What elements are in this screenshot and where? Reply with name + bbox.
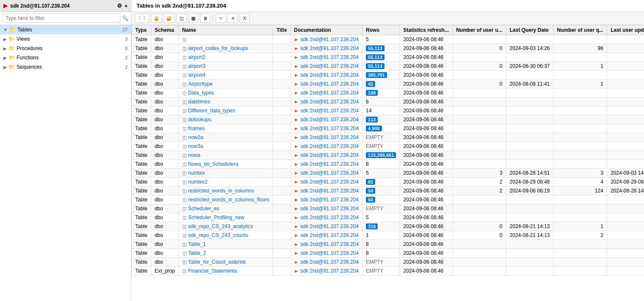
doc-link-text[interactable]: sdk 2nd@91.107.239.204 [300,143,359,149]
cell-name[interactable]: ◫ nowa [178,151,273,160]
doc-link-text[interactable]: sdk 2nd@91.107.239.204 [300,215,359,220]
table-row[interactable]: Tabledbo◫ Scheduler_Profiling_new►sdk 2n… [132,213,644,222]
table-container[interactable]: Type Schema Name Title Documentation Row… [131,25,644,301]
clear-filter-button[interactable]: ✕ [228,14,238,23]
table-row[interactable]: Tabledbo◫ airport3►sdk 2nd@91.107.239.20… [132,62,644,71]
doc-link-text[interactable]: sdk 2nd@91.107.239.204 [300,81,359,87]
table-row[interactable]: Tabledbo◫ sdk_repo_CS_243_counts►sdk 2nd… [132,231,644,240]
cell-name[interactable]: ◫ sdk_repo_CS_243_counts [178,231,273,240]
col-last-update[interactable]: Last user update [607,25,644,35]
table-row[interactable]: Tabledbo◫ nowa►sdk 2nd@91.107.239.204115… [132,151,644,160]
doc-link-text[interactable]: sdk 2nd@91.107.239.204 [300,45,359,51]
cell-name[interactable]: ◫ airport_codes_for_lookups [178,44,273,53]
filter-button[interactable]: ▿ [216,14,226,23]
cell-name[interactable]: ◫ now2a [178,133,273,142]
cell-documentation[interactable]: ►sdk 2nd@91.107.239.204 [290,178,362,187]
gear-icon[interactable]: ⚙ [117,3,122,9]
table-row[interactable]: Tabledbo◫ restricted_words_in_columns_fl… [132,195,644,204]
collapse-icon[interactable]: « [125,3,128,9]
doc-link-text[interactable]: sdk 2nd@91.107.239.204 [300,179,359,185]
doc-link-text[interactable]: sdk 2nd@91.107.239.204 [300,117,359,123]
col-num-query[interactable]: Number of user q... [553,25,607,35]
cell-name[interactable]: ◫ Nowa_do_Schedulera [178,160,273,169]
table-row[interactable]: Tabledbo◫ Table_2►sdk 2nd@91.107.239.204… [132,249,644,258]
sidebar-item-tables[interactable]: ▼ 📁 Tables 27 [0,25,131,34]
table-row[interactable]: Tabledbo◫ airport2►sdk 2nd@91.107.239.20… [132,53,644,62]
columns-button[interactable]: ▦ [188,14,198,23]
doc-link-text[interactable]: sdk 2nd@91.107.239.204 [300,259,359,265]
sidebar-item-procedures[interactable]: ▶ 📁 Procedures 8 [0,44,131,53]
table-row[interactable]: Tabledbo◫ datetimes►sdk 2nd@91.107.239.2… [132,98,644,106]
cell-documentation[interactable]: ►sdk 2nd@91.107.239.204 [290,62,362,71]
doc-link-text[interactable]: sdk 2nd@91.107.239.204 [300,250,359,256]
table-row[interactable]: Tabledbo◫ Table_1►sdk 2nd@91.107.239.204… [132,240,644,249]
search-input[interactable] [3,14,120,23]
doc-link-text[interactable]: sdk 2nd@91.107.239.204 [300,125,359,131]
cell-name[interactable]: ◫ fnames [178,124,273,133]
table-row[interactable]: Tabledbo◫ Nowa_do_Schedulera►sdk 2nd@91.… [132,160,644,169]
doc-link-text[interactable]: sdk 2nd@91.107.239.204 [300,268,359,274]
table-row[interactable]: Tabledbo◫ airport4►sdk 2nd@91.107.239.20… [132,71,644,80]
doc-link-text[interactable]: sdk 2nd@91.107.239.204 [300,223,359,229]
cell-documentation[interactable]: ►sdk 2nd@91.107.239.204 [290,231,362,240]
table-row[interactable]: Tabledbo◫ Different_data_types►sdk 2nd@9… [132,106,644,115]
cell-name[interactable]: ◫ airport4 [178,71,273,80]
table-row[interactable]: Tabledbo◫ Airporttype►sdk 2nd@91.107.239… [132,80,644,89]
table-row[interactable]: TableExt_prop◫ Financial_Statements►sdk … [132,267,644,276]
doc-link-text[interactable]: sdk 2nd@91.107.239.204 [300,99,359,105]
cell-documentation[interactable]: ►sdk 2nd@91.107.239.204 [290,187,362,195]
table-button[interactable]: ◫ [176,14,187,23]
rows-button[interactable]: ≣ [200,14,210,23]
doc-link-text[interactable]: sdk 2nd@91.107.239.204 [300,188,359,194]
table-row[interactable]: Tabledbo◫ numtex2►sdk 2nd@91.107.239.204… [132,178,644,187]
excel-export-button[interactable]: X [240,14,250,23]
doc-link-text[interactable]: sdk 2nd@91.107.239.204 [300,36,359,42]
cell-documentation[interactable]: ►sdk 2nd@91.107.239.204 [290,249,362,258]
sidebar-item-views[interactable]: ▶ 📁 Views 3 [0,34,131,44]
cell-name[interactable]: ◫ numtex [178,169,273,178]
cell-name[interactable]: ◫ dolookupu [178,115,273,124]
cell-documentation[interactable]: ►sdk 2nd@91.107.239.204 [290,35,362,44]
col-schema[interactable]: Schema [151,25,178,35]
cell-name[interactable]: ◫ Table_2 [178,249,273,258]
lock-button[interactable]: 🔒 [151,14,162,23]
col-title[interactable]: Title [273,25,290,35]
table-row[interactable]: Tabledbo◫ now2a►sdk 2nd@91.107.239.204EM… [132,133,644,142]
cell-documentation[interactable]: ►sdk 2nd@91.107.239.204 [290,71,362,80]
doc-link-text[interactable]: sdk 2nd@91.107.239.204 [300,134,359,140]
col-last-query[interactable]: Last Query Date [506,25,554,35]
table-row[interactable]: Tabledbo◫ ►sdk 2nd@91.107.239.20452024-0… [132,35,644,44]
table-row[interactable]: Tabledbo◫ dolookupu►sdk 2nd@91.107.239.2… [132,115,644,124]
sidebar-item-sequences[interactable]: ▶ 📁 Sequences 2 [0,62,131,72]
cell-documentation[interactable]: ►sdk 2nd@91.107.239.204 [290,115,362,124]
cell-name[interactable]: ◫ airport2 [178,53,273,62]
doc-link-text[interactable]: sdk 2nd@91.107.239.204 [300,108,359,114]
cell-documentation[interactable]: ►sdk 2nd@91.107.239.204 [290,124,362,133]
table-row[interactable]: Tabledbo◫ fnames►sdk 2nd@91.107.239.2044… [132,124,644,133]
sidebar-item-functions[interactable]: ▶ 📁 Functions 2 [0,53,131,62]
cell-name[interactable]: ◫ numtex2 [178,178,273,187]
cell-documentation[interactable]: ►sdk 2nd@91.107.239.204 [290,169,362,178]
cell-name[interactable]: ◫ [178,35,273,44]
cell-documentation[interactable]: ►sdk 2nd@91.107.239.204 [290,98,362,106]
cell-name[interactable]: ◫ sdk_repo_CS_243_analytics [178,222,273,231]
doc-link-text[interactable]: sdk 2nd@91.107.239.204 [300,161,359,167]
cell-name[interactable]: ◫ Scheduler_Profiling_new [178,213,273,222]
doc-link-text[interactable]: sdk 2nd@91.107.239.204 [300,72,359,78]
cell-documentation[interactable]: ►sdk 2nd@91.107.239.204 [290,240,362,249]
table-row[interactable]: Tabledbo◫ Table_for_Count_asterisk►sdk 2… [132,258,644,267]
cell-name[interactable]: ◫ restricted_words_in_columns_floors [178,195,273,204]
doc-link-text[interactable]: sdk 2nd@91.107.239.204 [300,90,359,96]
cell-name[interactable]: ◫ restricted_words_in_columns [178,187,273,195]
doc-link-text[interactable]: sdk 2nd@91.107.239.204 [300,241,359,247]
cell-documentation[interactable]: ►sdk 2nd@91.107.239.204 [290,151,362,160]
cell-documentation[interactable]: ►sdk 2nd@91.107.239.204 [290,89,362,98]
table-row[interactable]: Tabledbo◫ restricted_words_in_columns►sd… [132,187,644,195]
cell-documentation[interactable]: ►sdk 2nd@91.107.239.204 [290,142,362,151]
doc-link-text[interactable]: sdk 2nd@91.107.239.204 [300,63,359,69]
cell-name[interactable]: ◫ now3a [178,142,273,151]
cell-documentation[interactable]: ►sdk 2nd@91.107.239.204 [290,213,362,222]
col-num-user[interactable]: Number of user u... [452,25,506,35]
doc-link-text[interactable]: sdk 2nd@91.107.239.204 [300,54,359,60]
cell-name[interactable]: ◫ Table_for_Count_asterisk [178,258,273,267]
